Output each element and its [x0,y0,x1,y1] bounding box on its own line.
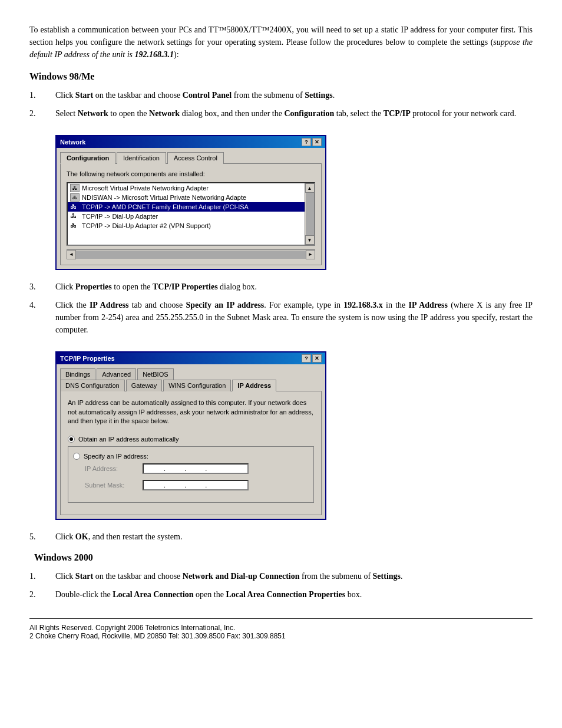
list-item: 🖧 NDISWAN -> Microsoft Virtual Private N… [68,193,305,202]
hscroll-track [76,251,306,259]
subnet-seg4[interactable] [208,482,224,489]
network-content: The following network components are ins… [60,163,322,265]
step-3: 3. Click Properties to open the TCP/IP P… [29,281,533,293]
network-adapter-icon: 🖧 [70,193,80,202]
scroll-down-button[interactable]: ▼ [305,235,315,245]
scroll-track [306,193,314,235]
vertical-scrollbar[interactable]: ▲ ▼ [305,183,314,245]
list-item-selected: 🖧 TCP/IP -> AMD PCNET Family Ethernet Ad… [68,202,305,212]
tab-netbios[interactable]: NetBIOS [137,368,173,380]
horizontal-scrollbar[interactable]: ◄ ► [67,249,315,259]
ip-seg1[interactable] [146,465,163,472]
list-item: 🖧 Microsoft Virtual Private Networking A… [68,183,305,193]
scroll-up-button[interactable]: ▲ [305,183,315,193]
footer: All Rights Reserved. Copyright 2006 Tele… [29,618,533,640]
windows2000-steps: 1. Click Start on the taskbar and choose… [29,570,533,601]
tcpip-title-text: TCP/IP Properties [60,355,115,362]
tab-identification[interactable]: Identification [117,152,166,164]
tcpip-dialog: TCP/IP Properties ? ✕ Bindings Advanced … [55,351,326,519]
radio-auto: Obtain an IP address automatically [68,436,314,443]
windows98-steps2: 3. Click Properties to open the TCP/IP P… [29,281,533,336]
tcpip-tabs-row2: DNS Configuration Gateway WINS Configura… [57,379,325,391]
radio-specify-ip[interactable] [73,453,80,460]
network-adapter-icon: 🖧 [70,212,80,220]
titlebar-buttons: ? ✕ [302,138,322,146]
radio-obtain-auto[interactable] [68,436,75,443]
tcpip-tabs-row1: Bindings Advanced NetBIOS [57,364,325,379]
tcpip-titlebar: TCP/IP Properties ? ✕ [57,353,325,364]
subnet-seg1[interactable] [146,482,163,489]
tab-advanced[interactable]: Advanced [97,368,136,380]
scroll-right-button[interactable]: ► [306,250,315,259]
step-5: 5. Click OK, and then restart the system… [29,531,533,543]
subnet-seg3[interactable] [187,482,204,489]
network-title-text: Network [60,139,85,146]
windows98-steps: 1. Click Start on the taskbar and choose… [29,89,533,120]
tcpip-content: An IP address can be automatically assig… [60,391,322,515]
ip-radio-group: Obtain an IP address automatically Speci… [68,436,314,503]
network-dialog-screenshot: Network ? ✕ Configuration Identification… [55,135,326,270]
subnet-mask-label: Subnet Mask: [85,482,138,489]
list-item: 🖧 TCP/IP -> Dial-Up Adapter [68,212,305,221]
w2k-step-2: 2. Double-click the Local Area Connectio… [29,588,533,601]
ip-address-input[interactable]: . . . [143,463,249,474]
step-4: 4. Click the IP Address tab and choose S… [29,299,533,336]
scroll-left-button[interactable]: ◄ [67,250,76,259]
step-2: 2. Select Network to open the Network di… [29,107,533,120]
w2k-step-1: 1. Click Start on the taskbar and choose… [29,570,533,582]
subnet-seg2[interactable] [167,482,183,489]
intro-paragraph: To establish a communication between you… [29,24,533,61]
network-label: The following network components are ins… [67,170,315,179]
tcpip-description: An IP address can be automatically assig… [68,398,314,426]
tab-gateway[interactable]: Gateway [126,380,162,391]
network-dialog: Network ? ✕ Configuration Identification… [55,135,326,270]
tab-configuration[interactable]: Configuration [60,152,115,164]
windows2000-title: Windows 2000 [29,552,533,563]
tab-access-control[interactable]: Access Control [167,152,224,164]
windows98-step5: 5. Click OK, and then restart the system… [29,531,533,543]
network-titlebar: Network ? ✕ [57,136,325,148]
help-button[interactable]: ? [302,138,311,146]
footer-line2: 2 Choke Cherry Road, Rockville, MD 20850… [29,632,533,640]
step-1: 1. Click Start on the taskbar and choose… [29,89,533,101]
radio-auto-label: Obtain an IP address automatically [78,436,178,443]
network-listbox: 🖧 Microsoft Virtual Private Networking A… [67,182,315,246]
radio-specify-label: Specify an IP address: [84,453,148,460]
close-button2[interactable]: ✕ [312,354,322,363]
ip-address-label: IP Address: [85,465,138,472]
tab-wins[interactable]: WINS Configuration [163,380,231,391]
tab-ip-address[interactable]: IP Address [232,380,276,391]
tab-dns[interactable]: DNS Configuration [60,380,125,391]
tab-bindings[interactable]: Bindings [60,368,95,380]
titlebar-buttons2: ? ✕ [302,354,322,363]
windows98-title: Windows 98/Me [29,71,533,82]
help-button2[interactable]: ? [302,354,311,363]
ip-seg4[interactable] [208,465,224,472]
network-adapter-icon: 🖧 [70,222,80,230]
close-button[interactable]: ✕ [312,138,322,146]
radio-specify: Specify an IP address: [73,453,309,460]
network-adapter-icon: 🖧 [70,184,80,192]
ip-seg3[interactable] [187,465,204,472]
subnet-mask-input[interactable]: . . . [143,480,249,490]
network-adapter-icon: 🖧 [70,203,80,211]
subnet-mask-field-row: Subnet Mask: . . . [85,480,309,490]
ip-seg2[interactable] [167,465,183,472]
specify-group: Specify an IP address: IP Address: . . . [68,446,314,503]
list-item: 🖧 TCP/IP -> Dial-Up Adapter #2 (VPN Supp… [68,221,305,230]
network-tabs: Configuration Identification Access Cont… [57,148,325,163]
ip-address-field-row: IP Address: . . . [85,463,309,474]
footer-line1: All Rights Reserved. Copyright 2006 Tele… [29,624,533,632]
tcpip-dialog-screenshot: TCP/IP Properties ? ✕ Bindings Advanced … [55,351,326,519]
